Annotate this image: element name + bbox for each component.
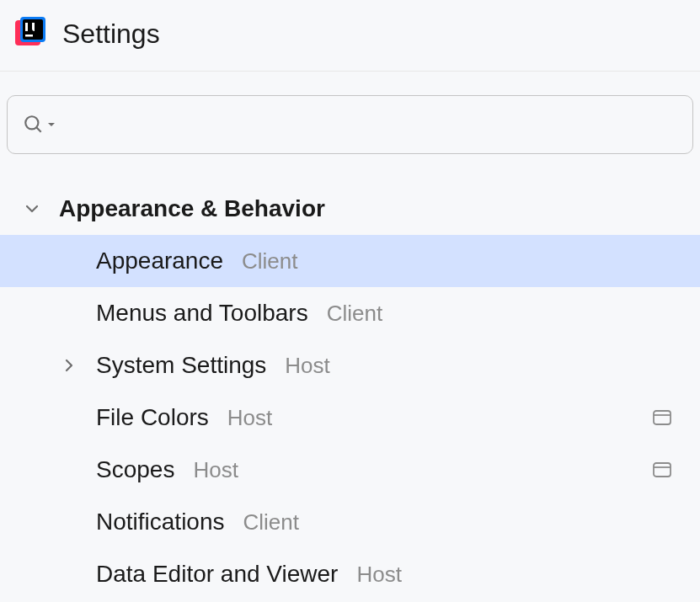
tree-item-notifications[interactable]: Notifications Client bbox=[0, 496, 700, 548]
tree-item-tag: Host bbox=[356, 562, 401, 588]
tree-item-tag: Host bbox=[193, 457, 238, 483]
settings-header: Settings bbox=[0, 0, 700, 71]
tree-item-tag: Client bbox=[242, 248, 297, 274]
search-input[interactable] bbox=[56, 113, 677, 136]
tree-item-system-settings[interactable]: System Settings Host bbox=[0, 339, 700, 392]
chevron-down-icon bbox=[24, 200, 59, 217]
tree-category-label: Appearance & Behavior bbox=[59, 195, 325, 222]
svg-rect-4 bbox=[25, 35, 33, 37]
tree-item-tag: Client bbox=[243, 509, 299, 535]
search-icon bbox=[23, 114, 56, 136]
tree-item-label: Appearance bbox=[96, 248, 223, 274]
project-level-icon bbox=[653, 410, 671, 425]
settings-tree: Appearance & Behavior Appearance Client … bbox=[0, 168, 700, 600]
svg-point-5 bbox=[25, 116, 38, 129]
tree-category-appearance-behavior[interactable]: Appearance & Behavior bbox=[0, 183, 700, 235]
search-container bbox=[0, 72, 700, 168]
chevron-right-icon bbox=[61, 357, 96, 374]
svg-rect-3 bbox=[25, 23, 28, 31]
tree-item-label: Scopes bbox=[96, 456, 174, 483]
tree-item-appearance[interactable]: Appearance Client bbox=[0, 235, 700, 287]
tree-item-label: Menus and Toolbars bbox=[96, 300, 308, 327]
tree-item-data-editor-viewer[interactable]: Data Editor and Viewer Host bbox=[0, 548, 700, 600]
tree-item-tag: Host bbox=[285, 353, 329, 379]
search-box[interactable] bbox=[7, 95, 693, 154]
tree-item-tag: Host bbox=[227, 405, 272, 431]
tree-item-file-colors[interactable]: File Colors Host bbox=[0, 392, 700, 444]
svg-line-6 bbox=[36, 127, 40, 131]
app-logo-icon bbox=[13, 17, 47, 51]
tree-item-label: File Colors bbox=[96, 404, 209, 431]
project-level-icon bbox=[653, 462, 671, 477]
page-title: Settings bbox=[62, 19, 160, 50]
tree-item-scopes[interactable]: Scopes Host bbox=[0, 444, 700, 496]
dropdown-caret-icon bbox=[47, 120, 56, 129]
svg-rect-7 bbox=[654, 411, 671, 424]
tree-item-menus-toolbars[interactable]: Menus and Toolbars Client bbox=[0, 287, 700, 339]
tree-item-label: Data Editor and Viewer bbox=[96, 561, 338, 588]
tree-item-label: Notifications bbox=[96, 509, 225, 535]
tree-item-tag: Client bbox=[327, 301, 382, 327]
tree-item-label: System Settings bbox=[96, 352, 266, 379]
svg-rect-9 bbox=[654, 463, 671, 477]
